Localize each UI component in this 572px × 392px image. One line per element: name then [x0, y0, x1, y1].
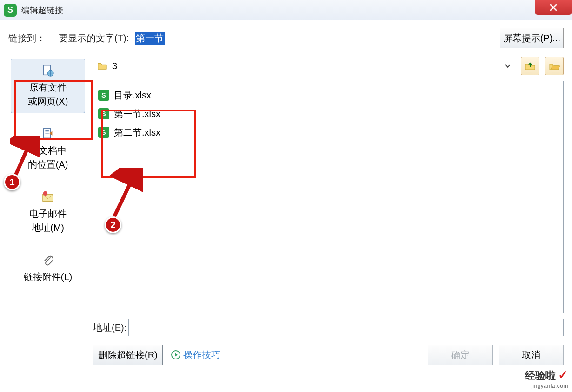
tips-label: 操作技巧 — [183, 349, 220, 361]
chevron-down-icon — [505, 63, 511, 69]
close-icon — [549, 3, 558, 12]
screentip-label: 屏幕提示(P)... — [503, 32, 560, 45]
file-name: 第一节.xlsx — [114, 108, 160, 120]
file-name: 目录.xlsx — [114, 89, 151, 102]
sidebar: 原有文件 或网页(X) 本文档中 的位置(A) 电子邮件 地址(M) 链接附件(… — [8, 57, 87, 365]
file-list[interactable]: S 目录.xlsx S 第一节.xlsx S 第二节.xlsx — [93, 81, 564, 313]
document-bookmark-icon — [41, 127, 55, 141]
sidebar-item-existing-file[interactable]: 原有文件 或网页(X) — [11, 59, 85, 113]
tips-link[interactable]: 操作技巧 — [171, 349, 220, 361]
app-icon: S — [4, 4, 17, 17]
envelope-icon — [41, 190, 55, 204]
folder-icon — [97, 61, 107, 71]
file-item[interactable]: S 目录.xlsx — [98, 86, 559, 105]
display-text-label: 要显示的文字(T): — [59, 32, 129, 45]
screentip-button[interactable]: 屏幕提示(P)... — [500, 28, 564, 48]
ok-label: 确定 — [451, 349, 470, 361]
display-text-input[interactable]: 第一节 — [132, 29, 497, 47]
close-button[interactable] — [535, 0, 572, 15]
titlebar: S 编辑超链接 — [0, 0, 572, 20]
cancel-label: 取消 — [522, 349, 540, 361]
folder-up-icon — [525, 60, 536, 72]
remove-link-label: 删除超链接(R) — [98, 350, 158, 360]
folder-dropdown[interactable]: 3 — [93, 57, 515, 75]
folder-row: 3 — [93, 57, 564, 75]
folder-up-button[interactable] — [521, 57, 539, 75]
sidebar-item-this-document[interactable]: 本文档中 的位置(A) — [11, 122, 85, 176]
cancel-button[interactable]: 取消 — [499, 345, 564, 365]
right-pane: 3 S 目录.xlsx S 第一节.xlsx — [93, 57, 564, 365]
xlsx-icon: S — [98, 90, 109, 101]
watermark-url: jingyanla.com — [525, 383, 568, 389]
sidebar-item-attachment[interactable]: 链接附件(L) — [11, 248, 85, 289]
paperclip-icon — [41, 253, 55, 267]
address-input[interactable] — [128, 319, 564, 336]
svg-rect-2 — [44, 129, 51, 138]
sidebar-label-existing: 原有文件 或网页(X) — [28, 80, 68, 108]
svg-point-4 — [43, 191, 47, 196]
sidebar-item-email[interactable]: 电子邮件 地址(M) — [11, 185, 85, 240]
folder-open-icon — [549, 60, 560, 72]
address-label: 地址(E): — [93, 321, 126, 334]
sidebar-label-attachment: 链接附件(L) — [24, 270, 72, 284]
link-to-label: 链接到： — [8, 32, 46, 45]
folder-open-button[interactable] — [545, 57, 564, 75]
file-item[interactable]: S 第二节.xlsx — [98, 123, 559, 142]
play-circle-icon — [171, 350, 180, 359]
address-row: 地址(E): — [93, 319, 564, 336]
ok-button[interactable]: 确定 — [428, 345, 493, 365]
sidebar-label-email: 电子邮件 地址(M) — [29, 207, 67, 235]
display-text-value: 第一节 — [135, 32, 165, 45]
top-row: 链接到： 要显示的文字(T): 第一节 屏幕提示(P)... — [8, 28, 564, 48]
xlsx-icon: S — [98, 127, 109, 138]
bottom-row: 删除超链接(R) 操作技巧 确定 取消 — [93, 345, 564, 365]
file-name: 第二节.xlsx — [114, 126, 160, 139]
file-item[interactable]: S 第一节.xlsx — [98, 105, 559, 123]
folder-name: 3 — [112, 61, 117, 72]
remove-hyperlink-button[interactable]: 删除超链接(R) — [93, 345, 163, 365]
sidebar-label-this-doc: 本文档中 的位置(A) — [28, 144, 68, 171]
xlsx-icon: S — [98, 108, 109, 119]
document-globe-icon — [41, 64, 55, 78]
window-title: 编辑超链接 — [21, 5, 63, 16]
